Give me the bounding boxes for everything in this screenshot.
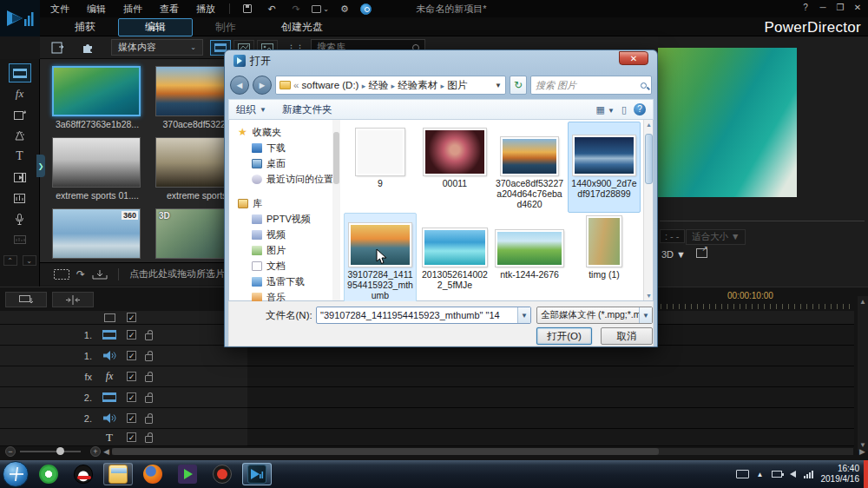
- taskbar-recorder-button[interactable]: [207, 463, 237, 485]
- scroll-left-icon[interactable]: ◀: [103, 447, 109, 456]
- sidebar-item-1-0[interactable]: PPTV视频: [238, 211, 340, 227]
- track-manager-button[interactable]: [5, 292, 47, 307]
- breadcrumb-segment-2[interactable]: 经验素材: [398, 80, 437, 90]
- track-lane-5[interactable]: [247, 408, 854, 429]
- sidebar-expander[interactable]: ❯: [36, 155, 45, 177]
- taskbar-explorer-button[interactable]: [103, 463, 133, 485]
- menu-2[interactable]: 插件: [115, 1, 151, 17]
- effect-room[interactable]: fx: [9, 84, 31, 103]
- media-room[interactable]: [9, 63, 31, 82]
- track-header-3[interactable]: fxfx✓: [0, 366, 247, 387]
- pip-objects-room[interactable]: [9, 105, 31, 124]
- sidebar-scrollbar[interactable]: [332, 120, 340, 300]
- sidebar-item-0-1[interactable]: 桌面: [238, 155, 340, 171]
- speaker-icon[interactable]: [790, 471, 796, 478]
- breadcrumb-segment-1[interactable]: 经验: [368, 80, 388, 90]
- breadcrumb-segment-3[interactable]: 图片: [447, 80, 467, 90]
- filetype-combo[interactable]: 全部媒体文件 (*.mpg;*.mpeg; ▼: [536, 307, 653, 324]
- track-lane-6[interactable]: [247, 429, 854, 446]
- dialog-search-input[interactable]: 搜索 图片: [530, 76, 652, 95]
- network-icon[interactable]: [804, 471, 813, 478]
- track-header-1[interactable]: 1.✓: [0, 325, 247, 346]
- preview-pane-button[interactable]: ▯: [621, 104, 627, 115]
- dialog-title-bar[interactable]: 打开: [228, 50, 654, 71]
- snap-button[interactable]: [52, 292, 94, 307]
- track-enable-checkbox[interactable]: ✓: [127, 351, 136, 360]
- track-header-4[interactable]: 2.✓: [0, 387, 247, 408]
- menu-4[interactable]: 播放: [187, 1, 224, 17]
- preview-3d-dropdown[interactable]: 3D ▼: [661, 249, 686, 260]
- track-header-0[interactable]: ✓: [0, 311, 247, 325]
- settings-button[interactable]: ⚙: [336, 3, 353, 15]
- title-room[interactable]: T: [9, 147, 31, 166]
- sidebar-group-1[interactable]: 库: [238, 195, 340, 211]
- library-item-4[interactable]: 360: [52, 208, 142, 261]
- close-button[interactable]: ✕: [851, 1, 865, 13]
- timeline-horizontal-scrollbar[interactable]: [112, 448, 853, 455]
- file-item-5[interactable]: 20130526140022_5fMJe: [418, 213, 491, 304]
- breadcrumb-dropdown-icon[interactable]: ▼: [495, 82, 502, 89]
- file-item-4[interactable]: 39107284_1411954415923_mthumb: [344, 213, 417, 304]
- input-method-icon[interactable]: [736, 470, 749, 478]
- save-button[interactable]: [239, 3, 256, 15]
- rooms-scroll-down-button[interactable]: ⌄: [23, 255, 36, 266]
- tab-disc[interactable]: 创建光盘: [259, 18, 345, 36]
- taskbar-browser360-button[interactable]: [34, 463, 63, 485]
- sidebar-group-0[interactable]: ★收藏夹: [238, 124, 340, 140]
- views-button[interactable]: ▦ ▼: [596, 104, 615, 115]
- sidebar-item-1-3[interactable]: 文档: [238, 258, 340, 274]
- battery-icon[interactable]: [772, 471, 782, 478]
- sidebar-item-0-2[interactable]: 最近访问的位置: [238, 171, 340, 187]
- aspect-ratio-button[interactable]: ⌄: [312, 3, 329, 15]
- particle-room[interactable]: [9, 126, 31, 145]
- track-lock-icon[interactable]: [145, 396, 153, 403]
- undo-button[interactable]: ↶: [263, 3, 280, 15]
- track-enable-checkbox[interactable]: ✓: [127, 313, 136, 322]
- zoom-out-button[interactable]: −: [5, 446, 16, 457]
- scrollbar-thumb[interactable]: [112, 448, 659, 455]
- file-item-3[interactable]: 1440x900_2d7edf917d28899: [568, 122, 641, 213]
- track-lane-2[interactable]: [247, 346, 854, 366]
- track-lock-icon[interactable]: [145, 436, 153, 443]
- zoom-slider-thumb[interactable]: [56, 447, 64, 455]
- filename-combo[interactable]: "39107284_1411954415923_mthumb" "14 ▼: [316, 307, 531, 324]
- plugin-button[interactable]: [76, 39, 99, 56]
- back-button[interactable]: ◄: [230, 76, 249, 95]
- media-content-dropdown[interactable]: 媒体内容 ⌄: [111, 39, 203, 56]
- transition-room[interactable]: [9, 168, 31, 187]
- undock-preview-icon[interactable]: [696, 248, 707, 258]
- track-enable-checkbox[interactable]: ✓: [127, 392, 136, 402]
- track-header-2[interactable]: 1.✓: [0, 346, 247, 366]
- file-item-2[interactable]: 370ace8df53227a204d64c76ebad4620: [493, 122, 566, 213]
- tab-capture[interactable]: 捕获: [52, 18, 118, 36]
- minimize-button[interactable]: ─: [816, 1, 830, 13]
- dialog-close-button[interactable]: ✕: [619, 51, 648, 65]
- taskbar-potplayer-button[interactable]: [173, 463, 202, 485]
- breadcrumb-segment-0[interactable]: software (D:): [302, 80, 359, 90]
- sidebar-item-1-1[interactable]: 视频: [238, 227, 340, 242]
- track-enable-checkbox[interactable]: ✓: [127, 413, 136, 423]
- rooms-scroll-up-button[interactable]: ⌃: [3, 255, 17, 266]
- taskbar-qq-button[interactable]: [69, 463, 98, 485]
- track-lock-icon[interactable]: [145, 354, 153, 361]
- sidebar-item-1-4[interactable]: 迅雷下载: [238, 274, 340, 289]
- sidebar-item-1-2[interactable]: 图片: [238, 242, 340, 258]
- track-lane-4[interactable]: [247, 387, 854, 408]
- menu-1[interactable]: 编辑: [78, 1, 115, 17]
- library-item-2[interactable]: extreme sports 01....: [52, 137, 142, 201]
- import-media-button[interactable]: [47, 39, 69, 56]
- track-enable-checkbox[interactable]: ✓: [127, 372, 136, 381]
- start-button[interactable]: [3, 461, 29, 487]
- scroll-right-icon[interactable]: ▶: [859, 447, 865, 456]
- zoom-slider[interactable]: [20, 451, 81, 452]
- track-enable-checkbox[interactable]: ✓: [127, 330, 136, 340]
- zoom-in-button[interactable]: +: [90, 446, 101, 457]
- library-item-0[interactable]: 3a68ff27363e1b28...: [52, 66, 142, 129]
- organize-dropdown[interactable]: 组织 ▼: [236, 103, 266, 116]
- filetype-dropdown-icon[interactable]: ▼: [639, 307, 652, 323]
- taskbar-powerdirector-button[interactable]: [242, 463, 272, 485]
- tray-expand-icon[interactable]: ▲: [757, 471, 764, 478]
- refresh-button[interactable]: ↻: [510, 76, 527, 95]
- taskbar-firefox-button[interactable]: [138, 463, 168, 485]
- voiceover-room[interactable]: [9, 209, 31, 228]
